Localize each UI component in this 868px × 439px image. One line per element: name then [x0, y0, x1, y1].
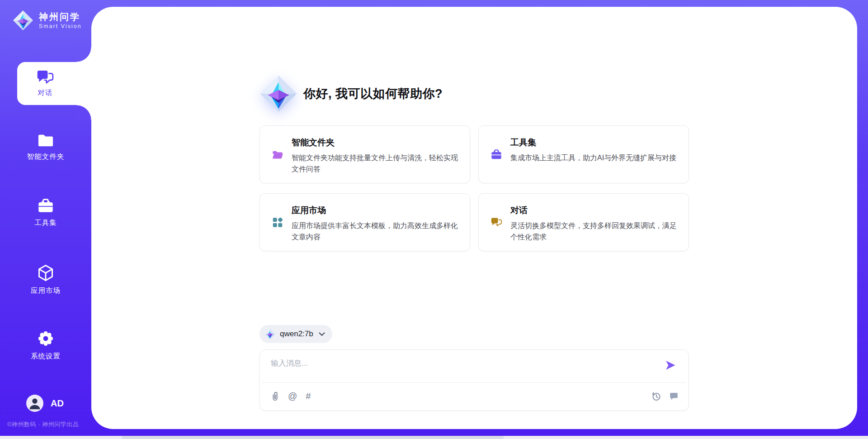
attach-file-button[interactable] [270, 391, 279, 401]
avatar [26, 395, 43, 412]
history-icon [651, 391, 661, 401]
app-logo: 神州问学 Smart Vision [13, 10, 82, 31]
card-description: 智能文件夹功能支持批量文件上传与清洗，轻松实现文件问答 [292, 153, 458, 175]
active-tab-corner-top [76, 47, 91, 62]
greeting-title: 你好, 我可以如何帮助你? [303, 86, 443, 102]
folder-open-icon [272, 137, 283, 172]
sidebar-item-label: 应用市场 [31, 286, 61, 296]
sidebar-item-label: 智能文件夹 [27, 152, 65, 162]
history-button[interactable] [651, 391, 661, 401]
user-account[interactable]: AD [26, 395, 64, 412]
briefcase-icon [37, 198, 54, 214]
mention-button[interactable]: @ [288, 391, 297, 401]
card-title: 工具集 [510, 137, 676, 148]
hash-icon: # [306, 391, 311, 401]
app-grid-icon [272, 205, 283, 240]
card-title: 应用市场 [292, 205, 458, 216]
card-smart-folder[interactable]: 智能文件夹 智能文件夹功能支持批量文件上传与清洗，轻松实现文件问答 [259, 125, 470, 183]
card-description: 灵活切换多模型文件，支持多样回复效果调试，满足个性化需求 [510, 220, 677, 243]
sidebar-item-market[interactable]: 应用市场 [0, 264, 91, 296]
topic-button[interactable]: # [306, 391, 311, 401]
scrollbar-thumb[interactable] [122, 436, 504, 439]
card-chat[interactable]: 对话 灵活切换多模型文件，支持多样回复效果调试，满足个性化需求 [478, 193, 689, 251]
chat-bubble-button[interactable] [669, 391, 678, 401]
sidebar-item-label: 对话 [38, 88, 53, 98]
person-icon [26, 395, 43, 412]
sidebar-item-settings[interactable]: 系统设置 [0, 329, 91, 361]
app-name: 神州问学 [39, 12, 82, 22]
sidebar-item-label: 系统设置 [31, 352, 61, 361]
card-description: 集成市场上主流工具，助力AI与外界无缝扩展与对接 [510, 153, 676, 164]
chat-bubbles-icon [491, 205, 502, 240]
greeting-block: 你好, 我可以如何帮助你? [259, 74, 689, 114]
gear-icon [37, 329, 55, 348]
composer-divider [262, 382, 686, 383]
chevron-down-icon [319, 332, 325, 336]
folder-icon [37, 133, 54, 148]
at-icon: @ [288, 391, 297, 401]
horizontal-scrollbar[interactable] [0, 436, 868, 439]
model-selector[interactable]: qwen2:7b [259, 325, 332, 343]
copyright-footer: ©神州数码 · 神州问学出品 [7, 420, 93, 429]
card-app-market[interactable]: 应用市场 应用市场提供丰富长文本模板，助力高效生成多样化文章内容 [259, 193, 470, 251]
send-icon [665, 359, 676, 371]
message-composer: @ # [259, 349, 689, 411]
card-title: 对话 [510, 205, 677, 216]
paperclip-icon [270, 391, 279, 401]
brand-diamond-icon [13, 10, 33, 31]
chat-bubbles-icon [36, 69, 54, 86]
app-subtitle: Smart Vision [39, 23, 82, 29]
card-description: 应用市场提供丰富长文本模板，助力高效生成多样化文章内容 [292, 220, 458, 243]
user-initials: AD [51, 398, 64, 409]
sidebar-item-chat[interactable]: 对话 [17, 62, 91, 105]
model-diamond-icon [264, 329, 275, 339]
briefcase-icon [491, 137, 502, 172]
cube-icon [37, 264, 55, 282]
main-panel: 你好, 我可以如何帮助你? 智能文件夹 智能文件夹功能支持批量文件上传与清洗，轻… [91, 7, 857, 429]
card-toolset[interactable]: 工具集 集成市场上主流工具，助力AI与外界无缝扩展与对接 [478, 125, 689, 183]
send-button[interactable] [665, 359, 676, 371]
card-title: 智能文件夹 [292, 137, 458, 148]
composer-toolbar: @ # [270, 389, 678, 403]
model-name: qwen2:7b [280, 329, 313, 339]
sidebar-item-folder[interactable]: 智能文件夹 [0, 133, 91, 162]
feature-cards: 智能文件夹 智能文件夹功能支持批量文件上传与清洗，轻松实现文件问答 工具集 集成… [259, 125, 689, 251]
composer-area: qwen2:7b [259, 325, 689, 411]
speech-bubble-icon [669, 391, 678, 401]
assistant-diamond-icon [259, 75, 297, 113]
message-input[interactable] [271, 358, 656, 379]
sidebar-item-tools[interactable]: 工具集 [0, 198, 91, 228]
sidebar-item-label: 工具集 [34, 218, 57, 228]
active-tab-corner-bottom [76, 105, 91, 120]
sidebar: 神州问学 Smart Vision 对话 智能文件夹 工具集 [0, 0, 91, 439]
